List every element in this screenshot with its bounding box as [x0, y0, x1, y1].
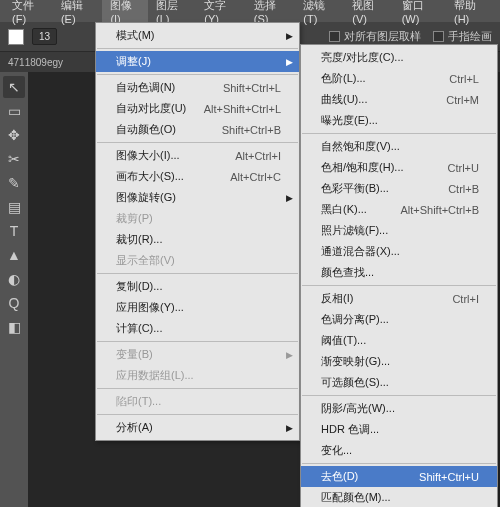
menu-item[interactable]: 曲线(U)...Ctrl+M — [301, 89, 497, 110]
menu-item: 变量(B)▶ — [96, 344, 299, 365]
menu-item[interactable]: 色阶(L)...Ctrl+L — [301, 68, 497, 89]
menu-separator — [97, 48, 298, 49]
option-checkbox[interactable]: 对所有图层取样 — [329, 29, 421, 44]
checkbox-icon — [329, 31, 340, 42]
menu-item-shortcut: Ctrl+U — [448, 162, 479, 174]
menu-item-label: 去色(D) — [321, 469, 358, 484]
adjustments-submenu: 亮度/对比度(C)...色阶(L)...Ctrl+L曲线(U)...Ctrl+M… — [300, 44, 498, 507]
menu-separator — [97, 74, 298, 75]
menu-separator — [302, 463, 496, 464]
menu-item-label: 调整(J) — [116, 54, 151, 69]
menu-item-label: 分析(A) — [116, 420, 153, 435]
menu-item-label: HDR 色调... — [321, 422, 379, 437]
menu-item-label: 曝光度(E)... — [321, 113, 378, 128]
menu-item: 显示全部(V) — [96, 250, 299, 271]
menu-item[interactable]: 渐变映射(G)... — [301, 351, 497, 372]
tool-preset-icon[interactable] — [8, 29, 24, 45]
menu-item[interactable]: 通道混合器(X)... — [301, 241, 497, 262]
menu-item[interactable]: 复制(D)... — [96, 276, 299, 297]
menubar-item[interactable]: 滤镜(T) — [295, 0, 344, 28]
menu-item[interactable]: 计算(C)... — [96, 318, 299, 339]
menu-item[interactable]: 模式(M)▶ — [96, 25, 299, 46]
tool-button[interactable]: ◐ — [3, 268, 25, 290]
menu-item[interactable]: 图像旋转(G)▶ — [96, 187, 299, 208]
document-tab[interactable]: 4711809egy — [8, 57, 63, 68]
menu-item[interactable]: 自动对比度(U)Alt+Shift+Ctrl+L — [96, 98, 299, 119]
tools-panel: ↖▭✥✂✎▤T▲◐Q◧ — [0, 72, 28, 507]
menu-item[interactable]: 分析(A)▶ — [96, 417, 299, 438]
tool-button[interactable]: ✎ — [3, 172, 25, 194]
tool-button[interactable]: ▤ — [3, 196, 25, 218]
menu-item[interactable]: 颜色查找... — [301, 262, 497, 283]
tool-button[interactable]: ↖ — [3, 76, 25, 98]
menu-item[interactable]: 黑白(K)...Alt+Shift+Ctrl+B — [301, 199, 497, 220]
menu-item[interactable]: 自然饱和度(V)... — [301, 136, 497, 157]
tool-button[interactable]: ◧ — [3, 316, 25, 338]
menu-item[interactable]: 图像大小(I)...Alt+Ctrl+I — [96, 145, 299, 166]
tool-button[interactable]: ✂ — [3, 148, 25, 170]
menu-item-label: 亮度/对比度(C)... — [321, 50, 404, 65]
menubar-item[interactable]: 视图(V) — [344, 0, 393, 28]
menu-item[interactable]: 自动颜色(O)Shift+Ctrl+B — [96, 119, 299, 140]
menu-item-label: 颜色查找... — [321, 265, 374, 280]
menu-item-shortcut: Shift+Ctrl+U — [419, 471, 479, 483]
tool-button[interactable]: Q — [3, 292, 25, 314]
menu-item[interactable]: 应用图像(Y)... — [96, 297, 299, 318]
brush-size-field[interactable]: 13 — [32, 28, 57, 45]
menu-item[interactable]: 色相/饱和度(H)...Ctrl+U — [301, 157, 497, 178]
tool-button[interactable]: T — [3, 220, 25, 242]
menubar: 文件(F)编辑(E)图像(I)图层(L)文字(Y)选择(S)滤镜(T)视图(V)… — [0, 0, 500, 22]
option-checkbox[interactable]: 手指绘画 — [433, 29, 492, 44]
menubar-item[interactable]: 帮助(H) — [446, 0, 496, 28]
menu-item[interactable]: 亮度/对比度(C)... — [301, 47, 497, 68]
menu-item: 陷印(T)... — [96, 391, 299, 412]
menu-item-label: 画布大小(S)... — [116, 169, 184, 184]
menu-item[interactable]: 曝光度(E)... — [301, 110, 497, 131]
menu-item-label: 变化... — [321, 443, 352, 458]
menubar-item[interactable]: 窗口(W) — [394, 0, 446, 28]
tool-button[interactable]: ▲ — [3, 244, 25, 266]
checkbox-icon — [433, 31, 444, 42]
menu-item-label: 阈值(T)... — [321, 333, 366, 348]
menu-item[interactable]: 可选颜色(S)... — [301, 372, 497, 393]
menu-item-label: 裁剪(P) — [116, 211, 153, 226]
menu-item[interactable]: 去色(D)Shift+Ctrl+U — [301, 466, 497, 487]
menu-item-shortcut: Alt+Ctrl+I — [235, 150, 281, 162]
menu-item[interactable]: 照片滤镜(F)... — [301, 220, 497, 241]
menu-item-label: 渐变映射(G)... — [321, 354, 390, 369]
menu-item[interactable]: 色彩平衡(B)...Ctrl+B — [301, 178, 497, 199]
menu-item[interactable]: 调整(J)▶ — [96, 51, 299, 72]
menu-item[interactable]: 反相(I)Ctrl+I — [301, 288, 497, 309]
menu-item-shortcut: Ctrl+M — [446, 94, 479, 106]
menu-separator — [97, 142, 298, 143]
menu-item-shortcut: Alt+Shift+Ctrl+L — [204, 103, 281, 115]
menu-item[interactable]: 自动色调(N)Shift+Ctrl+L — [96, 77, 299, 98]
menu-item: 应用数据组(L)... — [96, 365, 299, 386]
submenu-arrow-icon: ▶ — [286, 57, 293, 67]
submenu-arrow-icon: ▶ — [286, 350, 293, 360]
menu-item[interactable]: 阴影/高光(W)... — [301, 398, 497, 419]
menu-item-label: 图像旋转(G) — [116, 190, 176, 205]
menu-item-shortcut: Ctrl+L — [449, 73, 479, 85]
menu-item[interactable]: 画布大小(S)...Alt+Ctrl+C — [96, 166, 299, 187]
checkbox-label: 对所有图层取样 — [344, 29, 421, 44]
menu-item[interactable]: 色调分离(P)... — [301, 309, 497, 330]
tool-button[interactable]: ▭ — [3, 100, 25, 122]
menu-item[interactable]: 变化... — [301, 440, 497, 461]
menubar-item[interactable]: 文件(F) — [4, 0, 53, 28]
submenu-arrow-icon: ▶ — [286, 423, 293, 433]
menu-item-label: 照片滤镜(F)... — [321, 223, 388, 238]
menu-item[interactable]: 裁切(R)... — [96, 229, 299, 250]
menu-item-label: 复制(D)... — [116, 279, 162, 294]
menu-item-label: 陷印(T)... — [116, 394, 161, 409]
menu-item-shortcut: Alt+Ctrl+C — [230, 171, 281, 183]
menu-item-label: 自然饱和度(V)... — [321, 139, 400, 154]
menu-item-label: 可选颜色(S)... — [321, 375, 389, 390]
menu-item[interactable]: 匹配颜色(M)... — [301, 487, 497, 507]
checkbox-label: 手指绘画 — [448, 29, 492, 44]
menu-item-shortcut: Ctrl+B — [448, 183, 479, 195]
tool-button[interactable]: ✥ — [3, 124, 25, 146]
menu-item-label: 计算(C)... — [116, 321, 162, 336]
menu-item[interactable]: HDR 色调... — [301, 419, 497, 440]
menu-item[interactable]: 阈值(T)... — [301, 330, 497, 351]
